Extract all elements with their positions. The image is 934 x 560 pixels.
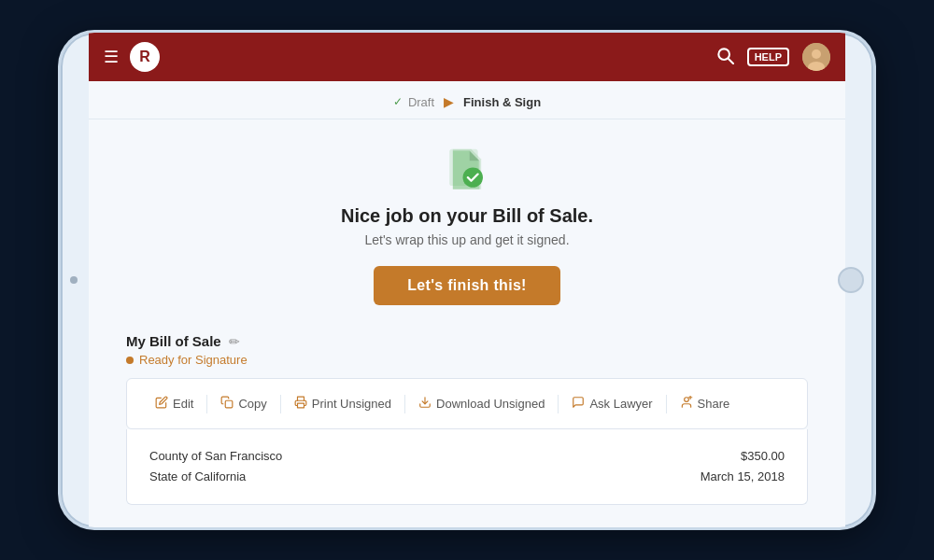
preview-state: State of California xyxy=(149,467,282,487)
screen: ☰ R HELP xyxy=(89,33,845,527)
hero-title: Nice job on your Bill of Sale. xyxy=(126,205,808,227)
divider-2 xyxy=(280,395,281,413)
print-action[interactable]: Print Unsigned xyxy=(285,392,401,415)
ask-lawyer-label: Ask Lawyer xyxy=(589,397,652,411)
help-button[interactable]: HELP xyxy=(747,48,789,66)
tablet-home-button[interactable] xyxy=(838,267,864,293)
preview-right: $350.00 March 15, 2018 xyxy=(700,446,785,487)
share-action[interactable]: Share xyxy=(671,392,740,415)
edit-name-icon[interactable]: ✏ xyxy=(229,334,240,349)
copy-icon xyxy=(220,396,234,412)
menu-icon[interactable]: ☰ xyxy=(104,47,119,67)
hero-section: Nice job on your Bill of Sale. Let's wra… xyxy=(126,138,808,324)
finish-button[interactable]: Let's finish this! xyxy=(374,266,559,305)
document-preview: County of San Francisco State of Califor… xyxy=(126,429,808,505)
navbar: ☰ R HELP xyxy=(89,33,845,81)
document-name: My Bill of Sale xyxy=(126,333,221,349)
search-icon[interactable] xyxy=(715,46,734,69)
divider-5 xyxy=(666,395,667,413)
copy-action[interactable]: Copy xyxy=(211,392,276,415)
preview-amount: $350.00 xyxy=(700,446,785,467)
ask-lawyer-icon xyxy=(572,396,585,412)
action-toolbar: Edit Copy xyxy=(126,378,808,429)
status-row: Ready for Signature xyxy=(126,353,808,367)
copy-label: Copy xyxy=(238,397,266,411)
svg-point-3 xyxy=(812,49,821,59)
breadcrumb-arrow-icon: ▶ xyxy=(444,94,454,109)
status-badge: Ready for Signature xyxy=(139,353,248,367)
breadcrumb-step2: Finish & Sign xyxy=(463,95,541,109)
breadcrumb: ✓ Draft ▶ Finish & Sign xyxy=(89,81,845,119)
tablet-frame: ☰ R HELP xyxy=(61,33,873,527)
share-icon xyxy=(680,396,693,412)
breadcrumb-step1: ✓ Draft xyxy=(393,95,434,109)
preview-county: County of San Francisco xyxy=(149,446,282,467)
document-section: My Bill of Sale ✏ Ready for Signature xyxy=(126,333,808,505)
edit-action[interactable]: Edit xyxy=(146,392,203,415)
edit-label: Edit xyxy=(173,397,193,411)
svg-rect-7 xyxy=(226,400,234,408)
svg-point-0 xyxy=(718,49,729,60)
document-check-icon xyxy=(444,147,490,194)
avatar[interactable] xyxy=(802,43,830,71)
print-label: Print Unsigned xyxy=(312,397,391,411)
svg-point-10 xyxy=(684,398,688,402)
main-content: Nice job on your Bill of Sale. Let's wra… xyxy=(89,119,845,527)
download-icon xyxy=(418,396,432,412)
print-icon xyxy=(294,396,307,412)
divider-3 xyxy=(404,395,405,413)
svg-rect-8 xyxy=(297,403,304,408)
status-dot-icon xyxy=(126,357,134,364)
tablet-side-button xyxy=(70,276,78,284)
preview-row: County of San Francisco State of Califor… xyxy=(149,446,785,487)
share-label: Share xyxy=(698,397,730,411)
logo[interactable]: R xyxy=(130,42,160,72)
download-label: Download Unsigned xyxy=(436,397,545,411)
nav-left: ☰ R xyxy=(104,42,160,72)
edit-icon xyxy=(155,396,168,412)
ask-lawyer-action[interactable]: Ask Lawyer xyxy=(562,392,661,415)
divider-4 xyxy=(558,395,559,413)
nav-right: HELP xyxy=(715,43,830,71)
divider-1 xyxy=(206,395,207,413)
doc-title-row: My Bill of Sale ✏ xyxy=(126,333,808,349)
preview-date: March 15, 2018 xyxy=(700,467,785,487)
download-action[interactable]: Download Unsigned xyxy=(409,392,554,415)
hero-subtitle: Let's wrap this up and get it signed. xyxy=(126,232,808,247)
svg-line-1 xyxy=(729,59,733,63)
svg-point-6 xyxy=(463,167,483,187)
check-icon: ✓ xyxy=(393,95,403,108)
preview-left: County of San Francisco State of Califor… xyxy=(149,446,282,487)
